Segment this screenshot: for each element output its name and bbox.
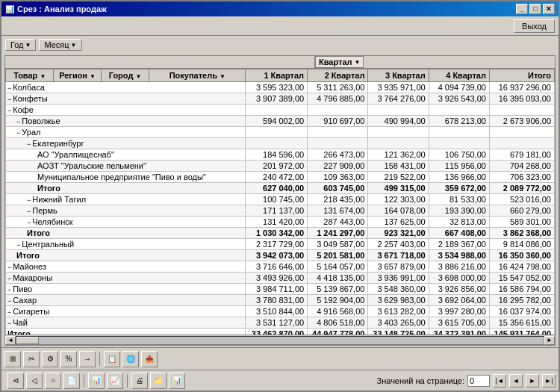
month-filter[interactable]: Месяц ▼ <box>39 39 81 51</box>
nav-bar-icon[interactable]: 📈 <box>107 373 123 389</box>
row-q4: 34 372 391,00 <box>429 329 489 335</box>
minimize-button[interactable]: _ <box>516 4 528 14</box>
expand-icon[interactable]: − <box>16 241 20 249</box>
col-header-q2: 2 Квартал <box>308 69 368 82</box>
row-total: 16 395 093,00 <box>489 93 554 105</box>
row-q2 <box>308 138 368 149</box>
table-container[interactable]: Товар ▼ Регион ▼ Город ▼ Покупатель ▼ 1 … <box>5 69 555 335</box>
close-button[interactable]: ✕ <box>543 4 555 14</box>
next-page-button[interactable]: ► <box>526 374 539 388</box>
row-q2: 910 697,00 <box>308 116 368 127</box>
table-row: АОЗТ "Уральские пельмени"201 972,00227 9… <box>6 161 555 172</box>
settings-icon[interactable]: ⚙ <box>42 351 58 367</box>
grid-icon[interactable]: ⊞ <box>4 351 21 367</box>
row-label-text: Итого <box>16 251 40 260</box>
expand-icon[interactable]: − <box>7 84 11 92</box>
table-row: АО "Уралпищеснаб"184 596,00266 473,00121… <box>6 149 555 161</box>
expand-icon[interactable]: − <box>7 96 11 103</box>
row-q4: 81 533,00 <box>429 194 489 205</box>
quarter-label[interactable]: Квартал ▼ <box>315 56 364 68</box>
expand-icon[interactable]: − <box>7 308 11 316</box>
expand-icon[interactable]: − <box>16 118 20 125</box>
expand-icon[interactable]: − <box>16 129 20 137</box>
row-total: 16 350 360,00 <box>489 250 554 261</box>
table-row: −Конфеты3 907 389,004 796 885,003 764 27… <box>6 93 555 105</box>
row-label-text: Колбаса <box>13 83 45 92</box>
exit-button[interactable]: Выход <box>514 19 555 33</box>
page-input[interactable] <box>467 375 490 387</box>
expand-icon[interactable]: − <box>7 264 11 271</box>
row-q2: 5 192 904,00 <box>308 295 368 306</box>
scroll-right-button[interactable]: ► <box>544 336 555 345</box>
row-total <box>489 138 554 149</box>
row-q1: 1 030 342,00 <box>246 228 308 239</box>
last-page-button[interactable]: ►| <box>542 374 556 388</box>
expand-icon[interactable]: − <box>27 219 31 226</box>
app-icon: 📊 <box>5 5 14 13</box>
prev-page-button[interactable]: ◄ <box>509 374 523 388</box>
row-q4: 136 966,00 <box>429 172 489 183</box>
col-header-region[interactable]: Регион ▼ <box>54 69 101 82</box>
export-icon[interactable]: 📤 <box>141 351 158 367</box>
nav-bar2-icon[interactable]: 📊 <box>169 373 185 389</box>
nav-chart-icon[interactable]: 📊 <box>88 373 105 389</box>
top-toolbar: Выход <box>1 16 559 36</box>
scrollbar-thumb[interactable] <box>16 337 39 344</box>
row-label: −Екатеринбург <box>6 138 246 149</box>
nav-print-icon[interactable]: 🖨 <box>131 373 148 389</box>
nav-home-icon[interactable]: ⊲ <box>7 373 24 389</box>
row-label-text: Майонез <box>13 262 46 271</box>
horizontal-scrollbar[interactable]: ◄ ► <box>5 335 555 345</box>
row-q2: 5 139 867,00 <box>308 284 368 295</box>
expand-icon[interactable]: − <box>27 196 31 204</box>
row-q3: 219 522,00 <box>368 172 429 183</box>
row-total: 145 931 764,00 <box>489 329 554 335</box>
expand-icon[interactable]: − <box>7 297 11 305</box>
col-header-city[interactable]: Город ▼ <box>101 69 149 82</box>
row-q1: 3 942 073,00 <box>246 250 308 261</box>
globe-icon[interactable]: 🌐 <box>122 351 139 367</box>
nav-back-icon[interactable]: ◁ <box>26 373 43 389</box>
expand-icon[interactable]: − <box>7 286 11 293</box>
row-label: −Пиво <box>6 284 246 295</box>
row-q2: 5 164 057,00 <box>308 261 368 273</box>
table-row: −Екатеринбург <box>6 138 555 149</box>
col-header-buyer[interactable]: Покупатель ▼ <box>149 69 246 82</box>
row-q3: 2 257 403,00 <box>368 239 429 250</box>
row-q4 <box>429 127 489 138</box>
first-page-button[interactable]: |◄ <box>493 374 506 388</box>
percent-icon[interactable]: % <box>60 351 77 367</box>
nav-circle-icon[interactable]: ○ <box>45 373 61 389</box>
expand-icon[interactable]: − <box>7 320 11 327</box>
row-q2: 5 201 581,00 <box>308 250 368 261</box>
col-header-product[interactable]: Товар ▼ <box>6 69 54 82</box>
expand-icon[interactable]: − <box>7 275 11 282</box>
row-q2: 4 796 885,00 <box>308 93 368 105</box>
window-title: Срез : Анализ продаж <box>17 4 107 13</box>
scrollbar-track[interactable] <box>16 336 544 345</box>
row-label: −Сигареты <box>6 306 246 317</box>
table-row: Муниципальное предприятие "Пиво и воды"2… <box>6 172 555 183</box>
row-q4: 667 408,00 <box>429 228 489 239</box>
quarter-spacer <box>5 56 315 68</box>
nav-export2-icon[interactable]: 📁 <box>150 373 167 389</box>
row-total: 9 814 086,00 <box>489 239 554 250</box>
row-q2: 4 806 518,00 <box>308 317 368 329</box>
row-q1: 3 595 323,00 <box>246 82 308 93</box>
nav-doc-icon[interactable]: 📄 <box>63 373 80 389</box>
expand-icon[interactable]: − <box>27 208 31 215</box>
table-row: −Урал <box>6 127 555 138</box>
expand-icon[interactable]: − <box>7 107 11 114</box>
maximize-button[interactable]: □ <box>529 4 541 14</box>
month-arrow-icon: ▼ <box>71 42 77 49</box>
row-label-text: АОЗТ "Уральские пельмени" <box>37 161 146 170</box>
row-q2: 5 311 263,00 <box>308 82 368 93</box>
row-q3: 3 403 265,00 <box>368 317 429 329</box>
expand-icon[interactable]: − <box>27 140 31 148</box>
cut-icon[interactable]: ✂ <box>23 351 40 367</box>
year-filter[interactable]: Год ▼ <box>5 39 36 51</box>
row-q3: 33 148 725,00 <box>368 329 429 335</box>
arrow-icon[interactable]: → <box>79 351 96 367</box>
scroll-left-button[interactable]: ◄ <box>5 336 16 345</box>
copy-icon[interactable]: 📋 <box>104 351 120 367</box>
